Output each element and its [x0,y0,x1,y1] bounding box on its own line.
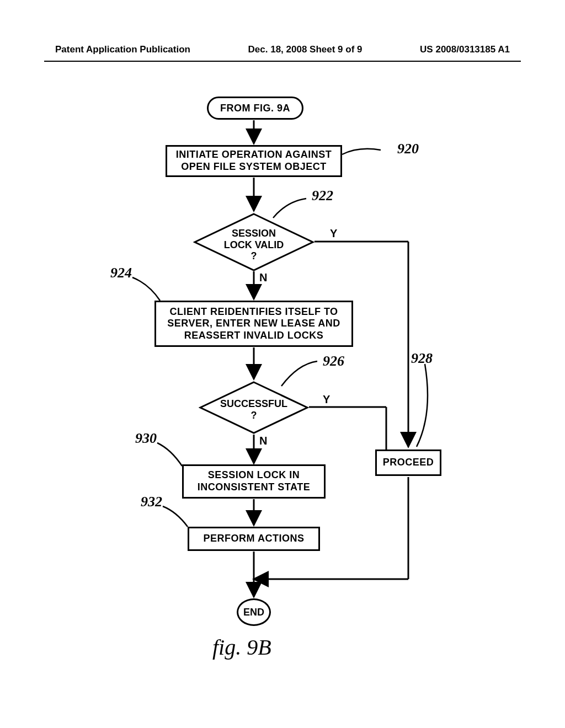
label-926-n: N [259,435,267,447]
process-928-text: PROCEED [383,457,434,469]
label-922-n: N [259,271,267,284]
process-932-text: PERFORM ACTIONS [204,533,305,545]
ref-926: 926 [323,353,344,370]
figure-caption: fig. 9B [212,634,271,660]
ref-920: 920 [397,141,419,157]
ref-922: 922 [312,188,333,204]
label-926-y: Y [323,393,330,406]
start-label: FROM FIG. 9A [220,103,290,114]
process-924: CLIENT REIDENTIFIES ITSELF TO SERVER, EN… [154,301,353,347]
header-rule [44,61,521,62]
leader-930 [152,438,190,469]
header-center: Dec. 18, 2008 Sheet 9 of 9 [248,44,363,55]
ref-932: 932 [141,494,162,510]
terminator-start: FROM FIG. 9A [207,97,303,120]
end-label: END [243,607,264,618]
leader-920 [342,143,403,171]
process-930: SESSION LOCK IN INCONSISTENT STATE [182,464,326,499]
leader-924 [127,273,171,303]
process-920: INITIATE OPERATION AGAINST OPEN FILE SYS… [166,145,342,177]
process-924-text: CLIENT REIDENTIFIES ITSELF TO SERVER, EN… [163,306,345,342]
ref-928: 928 [411,350,433,367]
flowchart: FROM FIG. 9A INITIATE OPERATION AGAINST … [0,94,565,673]
ref-930: 930 [135,430,157,447]
process-930-text: SESSION LOCK IN INCONSISTENT STATE [190,469,317,493]
svg-marker-14 [200,382,307,433]
process-920-text: INITIATE OPERATION AGAINST OPEN FILE SYS… [174,149,334,173]
terminator-end: END [237,598,271,626]
process-928: PROCEED [375,449,441,476]
header-left: Patent Application Publication [55,44,190,55]
leader-928 [411,364,444,452]
page-header: Patent Application Publication Dec. 18, … [55,44,510,55]
process-932: PERFORM ACTIONS [188,527,320,551]
header-right: US 2008/0313185 A1 [420,44,510,55]
ref-924: 924 [110,265,132,281]
label-922-y: Y [330,227,337,240]
leader-932 [157,502,196,529]
